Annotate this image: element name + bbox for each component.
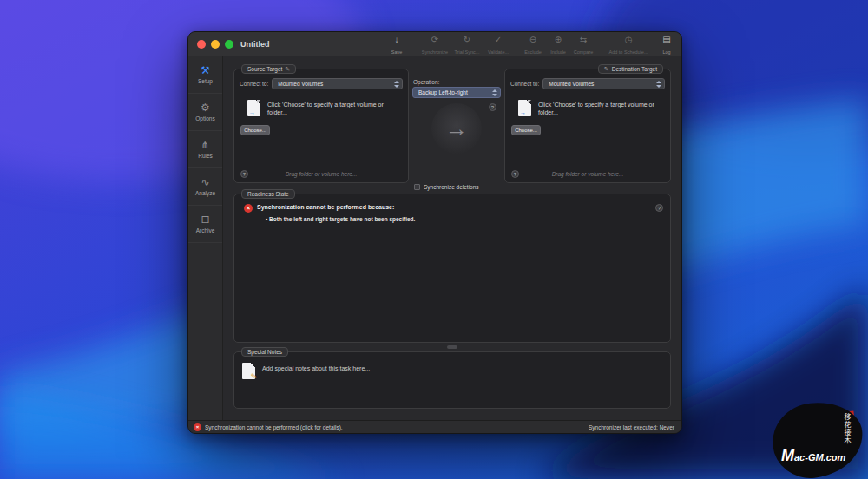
popup-chevrons-icon — [656, 81, 661, 88]
special-notes-input[interactable]: Add special notes about this task here..… — [262, 365, 370, 371]
operation-popup[interactable]: Backup Left-to-right — [412, 87, 501, 98]
destination-connect-popup-value: Mounted Volumes — [549, 81, 594, 87]
archive-label: Archive — [196, 227, 215, 233]
destination-connect-label: Connect to: — [510, 81, 539, 87]
log-button[interactable]: ▤ Log — [648, 35, 682, 55]
status-error-icon[interactable]: × — [194, 423, 201, 431]
readiness-bullet: • Both the left and right targets have n… — [266, 216, 415, 222]
operation-column: Operation: Backup Left-to-right → ? Sync… — [409, 56, 504, 208]
compare-label: Compare — [574, 49, 594, 55]
synchronize-deletions-label: Synchronize deletions — [424, 184, 479, 190]
special-notes-tab: Special Notes — [241, 347, 288, 357]
setup-icon: ⚒ — [201, 65, 210, 76]
special-notes-tab-label: Special Notes — [247, 348, 282, 357]
source-instruction: Click 'Choose' to specify a target volum… — [267, 101, 401, 116]
status-message[interactable]: Synchronization cannot be performed (cli… — [205, 421, 343, 434]
add-to-schedule-button[interactable]: ◷ Add to Schedule... — [609, 35, 648, 55]
readiness-message: Synchronization cannot be performed beca… — [257, 204, 394, 210]
status-last-executed: Synchronizer last executed: Never — [589, 421, 674, 434]
validate-button[interactable]: ✓ Validate... — [479, 35, 517, 55]
synchronize-label: Synchronize — [422, 49, 448, 55]
close-button[interactable] — [197, 40, 206, 49]
edit-pencil-icon[interactable]: ✎ — [285, 65, 290, 74]
destination-connect-popup[interactable]: Mounted Volumes — [542, 78, 665, 89]
add-to-schedule-icon: ◷ — [625, 35, 633, 44]
destination-target-tab: ✎ Destination Target — [598, 64, 663, 74]
options-label: Options — [195, 115, 214, 121]
synchronize-icon: ⟳ — [431, 35, 438, 44]
destination-drag-hint: Drag folder or volume here... — [505, 171, 670, 177]
watermark-brand: Mac-GM.com — [781, 447, 845, 465]
source-choose-button[interactable]: Choose... — [240, 125, 270, 135]
analyze-icon: ∿ — [201, 177, 209, 188]
minimize-button[interactable] — [211, 40, 220, 49]
splitter-handle[interactable] — [447, 345, 457, 349]
synchronize-deletions-row: Synchronize deletions — [414, 184, 479, 190]
destination-target-panel: ✎ Destination Target Connect to: Mounted… — [504, 69, 671, 183]
rules-icon: ⋔ — [201, 140, 209, 151]
exclude-icon: ⊖ — [529, 35, 536, 44]
compare-button[interactable]: ⇆ Compare — [564, 35, 602, 55]
analyze-label: Analyze — [195, 190, 215, 196]
readiness-state-tab-label: Readiness State — [247, 190, 289, 199]
trial-sync-icon: ↻ — [464, 35, 470, 44]
source-drag-hint: Drag folder or volume here... — [234, 171, 408, 177]
save-icon: ↓ — [395, 35, 399, 44]
sidebar-item-analyze[interactable]: ∿ Analyze — [188, 168, 222, 206]
include-icon: ⊕ — [555, 35, 562, 44]
readiness-bullet-text: Both the left and right targets have not… — [269, 216, 415, 222]
source-target-panel: Source Target ✎ Connect to: Mounted Volu… — [233, 69, 409, 183]
source-connect-row: Connect to: Mounted Volumes — [240, 78, 403, 89]
sidebar-item-setup[interactable]: ⚒ Setup — [188, 56, 222, 94]
rules-label: Rules — [198, 153, 213, 159]
save-label: Save — [391, 49, 403, 55]
destination-choose-button[interactable]: Choose... — [511, 125, 541, 135]
destination-instruction: Click 'Choose' to specify a target volum… — [538, 101, 663, 116]
destination-help-button[interactable]: ? — [511, 170, 519, 178]
readiness-state-panel: Readiness State × Synchronization cannot… — [233, 194, 671, 343]
edit-pencil-icon[interactable]: ✎ — [604, 65, 609, 74]
source-document-icon — [247, 100, 260, 116]
bullet-marker: • — [266, 216, 267, 222]
readiness-state-tab: Readiness State — [241, 189, 295, 199]
compare-icon: ⇆ — [580, 35, 587, 44]
sidebar-item-options[interactable]: ⚙ Options — [188, 94, 222, 131]
source-connect-label: Connect to: — [240, 81, 268, 87]
popup-chevrons-icon — [394, 81, 399, 88]
log-label: Log — [662, 49, 670, 55]
source-target-tab: Source Target ✎ — [241, 64, 296, 74]
log-icon: ▤ — [662, 35, 670, 44]
watermark-seal-text: 移花接木 — [842, 413, 851, 444]
source-connect-popup[interactable]: Mounted Volumes — [272, 78, 403, 89]
destination-document-icon — [518, 100, 531, 116]
status-bar: × Synchronization cannot be performed (c… — [188, 420, 681, 433]
special-notes-panel[interactable]: Special Notes Add special notes about th… — [233, 351, 671, 409]
validate-label: Validate... — [488, 49, 509, 55]
zoom-button[interactable] — [225, 40, 233, 49]
trial-sync-label: Trial Sync... — [455, 49, 480, 55]
titlebar: Untitled ↓ Save ⟳ Synchronize ↻ Trial Sy… — [188, 32, 681, 56]
sidebar-item-rules[interactable]: ⋔ Rules — [188, 131, 222, 168]
source-target-tab-label: Source Target — [247, 65, 282, 74]
validate-icon: ✓ — [495, 35, 502, 44]
operation-label: Operation: — [413, 79, 439, 85]
main-content: Source Target ✎ Connect to: Mounted Volu… — [223, 56, 681, 420]
sync-direction-indicator: → — [431, 103, 482, 154]
readiness-help-button[interactable]: ? — [655, 204, 663, 212]
destination-connect-row: Connect to: Mounted Volumes — [510, 78, 665, 89]
archive-icon: ⊟ — [201, 214, 209, 226]
options-icon: ⚙ — [201, 102, 210, 114]
add-to-schedule-label: Add to Schedule... — [609, 49, 648, 55]
watermark: 移花接木 Mac-GM.com — [773, 403, 863, 477]
operation-popup-value: Backup Left-to-right — [418, 89, 468, 95]
source-connect-popup-value: Mounted Volumes — [278, 81, 323, 87]
sync-direction-arrow-icon: → — [445, 117, 468, 140]
source-help-button[interactable]: ? — [240, 170, 248, 178]
save-button[interactable]: ↓ Save — [378, 35, 416, 55]
notes-document-icon — [242, 363, 255, 379]
app-window: Untitled ↓ Save ⟳ Synchronize ↻ Trial Sy… — [187, 31, 682, 434]
synchronize-deletions-checkbox[interactable] — [414, 184, 420, 190]
sidebar-item-archive[interactable]: ⊟ Archive — [188, 206, 222, 243]
popup-chevrons-icon — [492, 89, 497, 96]
operation-help-button[interactable]: ? — [489, 103, 496, 111]
